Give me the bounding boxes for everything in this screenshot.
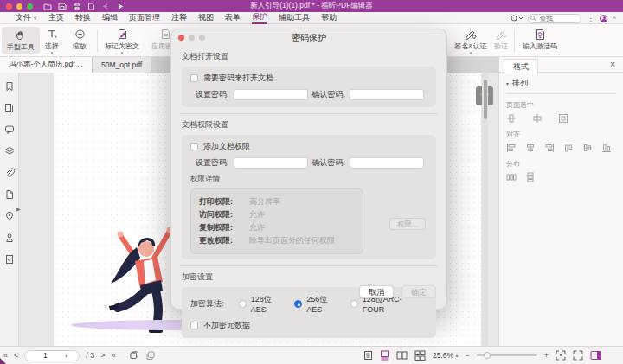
menu-file[interactable]: 文件 ∨ (16, 12, 37, 24)
close-window-button[interactable] (6, 3, 12, 10)
set-password-label: 设置密码: (196, 89, 229, 100)
two-page-continuous-icon[interactable] (414, 350, 426, 361)
panel-toggle-icon[interactable] (590, 350, 601, 361)
attachments-icon[interactable] (4, 168, 15, 178)
hand-tool-button[interactable]: 手型工具 (2, 27, 40, 54)
arrange-section-header[interactable]: ▾ 排列 (506, 78, 616, 94)
page-thumbnails-icon[interactable] (4, 103, 15, 113)
radio-icon[interactable] (350, 300, 358, 308)
radio-selected-icon[interactable] (294, 300, 302, 308)
algorithm-label: 加密算法: (190, 298, 239, 310)
align-right-icon[interactable] (544, 143, 555, 153)
menu-accessibility[interactable]: 辅助工具 (279, 12, 310, 23)
center-both-icon[interactable] (558, 113, 568, 124)
set-password-input[interactable] (234, 89, 308, 100)
menu-view[interactable]: 视图 (198, 12, 214, 23)
menu-form[interactable]: 表单 (225, 12, 241, 23)
signature-panel-icon[interactable] (4, 233, 15, 243)
continuous-view-icon[interactable] (380, 350, 389, 361)
activation-code-button[interactable]: 输入激活码 (517, 27, 562, 51)
file-icon[interactable] (4, 189, 15, 200)
chevron-down-icon[interactable]: ▾ (65, 353, 67, 359)
save-icon[interactable] (58, 3, 67, 10)
menu-comment[interactable]: 注释 (171, 12, 187, 23)
next-view-icon[interactable] (145, 350, 156, 361)
account-avatar[interactable] (600, 15, 607, 22)
fit-page-icon[interactable] (556, 350, 566, 361)
menu-edit[interactable]: 编辑 (102, 12, 118, 23)
close-panel-icon[interactable]: × (610, 60, 615, 69)
radio-icon[interactable] (239, 300, 247, 308)
align-middle-icon[interactable] (582, 143, 593, 153)
bookmarks-icon[interactable] (4, 81, 15, 92)
perm-set-password-input[interactable] (234, 157, 308, 169)
page-number-input[interactable] (25, 351, 65, 360)
single-page-view-icon[interactable] (363, 350, 373, 361)
align-left-icon[interactable] (506, 143, 517, 153)
perm-confirm-password-input[interactable] (350, 157, 424, 169)
center-vertically-icon[interactable] (506, 113, 517, 124)
document-tab[interactable]: 50M_opt.pdf (93, 57, 151, 73)
redact-mark-button[interactable]: 标记为密文 ▾ (100, 27, 144, 54)
scrollbar-thumb[interactable] (484, 80, 487, 119)
titlebar: 新人引导(1)(1).pdf * - 福昕PDF编辑器 (0, 0, 623, 12)
print-icon[interactable] (73, 3, 81, 10)
zoom-out-button[interactable]: − (465, 351, 469, 360)
require-password-checkbox[interactable] (190, 74, 198, 82)
two-page-view-icon[interactable] (396, 350, 408, 361)
zoom-in-button[interactable]: + (544, 351, 549, 360)
open-file-icon[interactable] (43, 3, 52, 10)
zoom-slider-knob[interactable] (484, 352, 491, 359)
collapse-toolbar-icon[interactable]: ^ (613, 15, 616, 22)
center-horizontally-icon[interactable] (532, 113, 543, 124)
previous-page-button[interactable]: < (14, 351, 18, 360)
document-tab-active[interactable]: 冯小惠-个人简历.pdf ... (0, 57, 93, 73)
new-document-icon[interactable] (87, 3, 95, 10)
dialog-title: 密码保护 (171, 29, 446, 47)
distribute-horizontally-icon[interactable] (506, 172, 517, 182)
dialog-close-button[interactable] (178, 35, 184, 41)
align-bottom-icon[interactable] (601, 143, 612, 153)
zoom-slider[interactable] (477, 354, 537, 356)
menu-home[interactable]: 主页 (48, 12, 64, 23)
permission-row: 访问权限: 允许 (199, 208, 355, 221)
destinations-icon[interactable] (4, 211, 15, 221)
fullscreen-icon[interactable] (573, 350, 583, 361)
align-heading: 对齐 (506, 130, 616, 139)
radio-256-aes[interactable]: 256位AES (294, 294, 335, 314)
hand-icon (16, 28, 27, 42)
find-replace-icon[interactable] (511, 14, 523, 22)
zoom-tool-button[interactable]: 缩放 (66, 27, 93, 51)
select-tool-button[interactable]: 选择 ▾ (38, 27, 66, 54)
menu-help[interactable]: 帮助 (321, 12, 337, 23)
sidebar-expander-icon[interactable]: ▶ (16, 206, 21, 212)
zoom-window-button[interactable] (27, 3, 33, 10)
page-scrollbar[interactable] (482, 73, 488, 346)
format-tab[interactable]: 格式 (504, 59, 538, 74)
distribute-vertically-icon[interactable] (525, 172, 536, 182)
align-center-icon[interactable] (525, 143, 536, 153)
field-list-icon[interactable] (4, 254, 15, 265)
menu-page-management[interactable]: 页面管理 (129, 12, 160, 23)
menu-convert[interactable]: 转换 (75, 12, 91, 23)
align-top-icon[interactable] (563, 143, 574, 153)
last-page-button[interactable]: » (112, 351, 116, 360)
add-permissions-label: 添加文档权限 (203, 141, 250, 152)
add-permissions-checkbox[interactable] (190, 143, 198, 150)
zoom-level-label[interactable]: 25.6% ▾ (433, 351, 459, 360)
redo-icon[interactable] (116, 3, 125, 10)
layers-icon[interactable] (4, 146, 15, 156)
next-page-button[interactable]: > (100, 351, 105, 360)
sign-certify-button[interactable]: 签名&认证 ▾ (448, 27, 493, 54)
previous-view-icon[interactable] (129, 350, 139, 361)
comments-icon[interactable] (4, 125, 15, 135)
confirm-password-input[interactable] (350, 89, 424, 100)
no-encrypt-metadata-checkbox[interactable] (190, 322, 198, 329)
more-options-icon[interactable]: ⋮ (587, 14, 594, 22)
permission-details-box: 打印权限: 高分辨率 访问权限: 允许 复制权限: 允许 更改权限: (190, 188, 363, 254)
cancel-button[interactable]: 取消 (359, 285, 394, 298)
minimize-window-button[interactable] (16, 3, 22, 10)
menu-protect[interactable]: 保护 (252, 11, 267, 24)
undo-icon[interactable] (101, 3, 110, 10)
radio-128-aes[interactable]: 128位AES (239, 294, 279, 314)
